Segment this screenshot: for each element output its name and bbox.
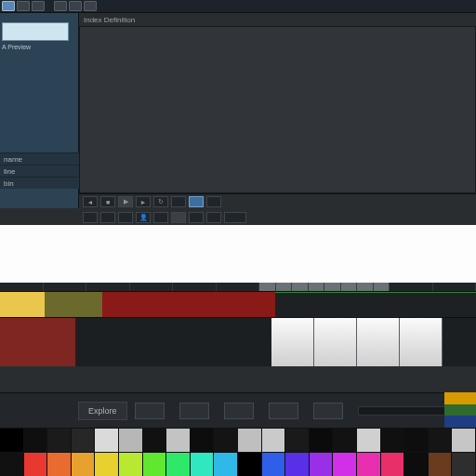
stop-button[interactable]: ■ [100,196,115,207]
bottom-tool-3[interactable] [224,403,254,419]
color-swatch[interactable] [310,429,334,452]
prev-button[interactable]: ◄ [83,196,98,207]
color-swatch[interactable] [238,453,262,476]
color-swatch[interactable] [429,429,453,452]
clip-frame[interactable] [400,318,443,366]
track-2-header[interactable] [0,318,76,366]
clip-yellow[interactable] [0,292,45,317]
color-swatch[interactable] [452,453,476,476]
color-swatch[interactable] [191,429,215,452]
color-swatch[interactable] [262,429,286,452]
color-swatch[interactable] [214,453,238,476]
color-swatch[interactable] [166,429,191,452]
color-swatch[interactable] [143,429,167,452]
tool-button-2[interactable] [17,1,30,11]
color-swatch[interactable] [238,429,262,452]
loop-button[interactable]: ↻ [153,196,168,207]
clip-thumbnail[interactable] [2,22,69,41]
color-swatch[interactable] [95,453,119,476]
sidebar-item[interactable]: bin [0,177,79,189]
color-swatch[interactable] [333,429,357,452]
color-swatch[interactable] [143,453,167,476]
bottom-tool-4[interactable] [269,403,298,419]
color-swatch[interactable] [95,429,119,452]
record-button[interactable] [171,212,186,223]
sidebar-item[interactable]: line [0,165,79,177]
color-swatch[interactable] [0,429,24,452]
tool-a-button[interactable] [83,212,98,223]
clip-olive[interactable] [45,292,102,317]
color-swatch[interactable] [72,429,96,452]
tool-d-button[interactable] [153,212,168,223]
tool-button-3[interactable] [32,1,45,11]
color-swatch[interactable] [381,453,405,476]
next-button[interactable]: ► [136,196,151,207]
track-1[interactable] [0,292,476,318]
color-swatch[interactable] [404,429,429,452]
color-swatch[interactable] [333,453,357,476]
clip-frame[interactable] [314,318,357,366]
tool-c-button[interactable] [118,212,133,223]
color-swatch[interactable] [47,429,72,452]
timeline [0,283,476,392]
color-swatch[interactable] [166,453,191,476]
tool-button-5[interactable] [69,1,82,11]
clip-frame[interactable] [357,318,400,366]
tool-button-1[interactable] [2,1,15,11]
explore-button[interactable]: Explore [78,402,127,420]
tool-button-4[interactable] [54,1,67,11]
color-swatch[interactable] [452,429,476,452]
color-swatch[interactable] [24,429,48,452]
bottom-tool-5[interactable] [313,403,343,419]
color-swatch[interactable] [47,453,72,476]
transport-bar: ◄ ■ ▶ ► ↻ 👤 [79,193,476,225]
play-button[interactable]: ▶ [118,196,133,207]
clip-thumbnail-label: A Preview [2,44,31,50]
color-swatch[interactable] [310,453,334,476]
clip-frame[interactable] [271,318,314,366]
ruler-block [259,283,390,291]
scale-field[interactable] [224,212,246,223]
color-swatch[interactable] [0,453,24,476]
color-swatch[interactable] [285,429,310,452]
panel-tab[interactable]: Index Definition [79,13,135,26]
color-swatch[interactable] [72,453,96,476]
panel-tab-label: Index Definition [84,16,135,24]
color-swatch[interactable] [119,453,143,476]
user-icon[interactable]: 👤 [136,212,151,223]
color-swatch[interactable] [404,453,429,476]
track-2[interactable] [0,318,476,366]
bottom-tool-1[interactable] [135,403,165,419]
palette-row-2 [0,452,476,476]
color-swatch[interactable] [357,429,381,452]
clip-red[interactable] [102,292,275,317]
tool-button-6[interactable] [84,1,97,11]
sidebar: A Preview name line bin [0,13,79,208]
status-swatch [444,392,476,404]
color-swatch[interactable] [191,453,215,476]
tool-b-button[interactable] [100,212,115,223]
timeline-ruler[interactable] [0,283,476,292]
color-swatch[interactable] [24,453,48,476]
color-swatch[interactable] [285,453,310,476]
mark-button[interactable] [171,196,186,207]
color-swatch[interactable] [262,453,286,476]
status-swatch [444,416,476,428]
status-swatches [444,392,476,428]
sidebar-items: name line bin [0,152,79,189]
color-swatch[interactable] [381,429,405,452]
tool-e-button[interactable] [189,212,204,223]
color-swatch[interactable] [214,429,238,452]
tool-f-button[interactable] [206,212,221,223]
top-toolbar [0,0,476,13]
color-swatch[interactable] [357,453,381,476]
sidebar-item[interactable]: name [0,152,79,165]
view-toggle-button[interactable] [189,196,204,207]
scopes-panel[interactable] [0,225,476,283]
color-swatch[interactable] [119,429,143,452]
bottom-bar: Explore [0,392,476,428]
bottom-tool-2[interactable] [179,403,209,419]
color-swatch[interactable] [429,453,453,476]
viewport-monitor[interactable] [79,26,476,193]
end-button[interactable] [206,196,221,207]
